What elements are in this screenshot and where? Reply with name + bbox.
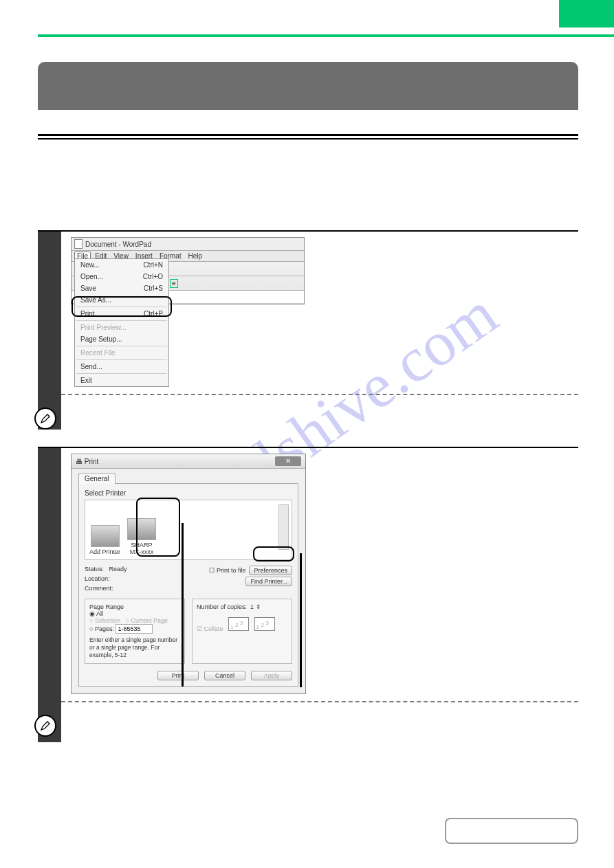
menu-item-preview[interactable]: Print Preview... [75, 322, 168, 333]
menu-item-open[interactable]: Open...Ctrl+O [75, 271, 168, 282]
label-select-printer: Select Printer [85, 489, 292, 497]
step-2-bar [38, 448, 61, 742]
double-rule [38, 134, 578, 140]
pages-input[interactable] [116, 624, 153, 634]
copies-spinner[interactable]: ⇕ [256, 603, 261, 610]
step-1-bar [38, 232, 61, 430]
printer-scrollbar[interactable] [278, 504, 289, 550]
apply-button[interactable]: Apply [251, 671, 292, 680]
pages-hint: Enter either a single page number or a s… [89, 636, 180, 659]
section-banner [38, 62, 578, 110]
menu-item-send[interactable]: Send... [75, 361, 168, 372]
add-printer-icon [91, 525, 120, 547]
opt-pages[interactable]: ○ Pages: [89, 624, 180, 634]
header-rule [38, 34, 614, 37]
menu-item-save[interactable]: SaveCtrl+S [75, 282, 168, 294]
collate-checkbox[interactable]: ☑ Collate 123 123 [197, 617, 287, 632]
page-container: manualshive.com Document - WordPad File … [0, 0, 614, 868]
close-button[interactable]: ✕ [275, 456, 301, 466]
collate-icon: 123 [228, 617, 249, 631]
cancel-button[interactable]: Cancel [204, 671, 245, 680]
pencil-note-icon [34, 408, 56, 430]
document-icon [74, 239, 83, 249]
menu-item-exit[interactable]: Exit [75, 375, 168, 386]
wordpad-window: Document - WordPad File Edit View Insert… [71, 237, 305, 304]
leader-line-printer [182, 523, 184, 687]
preferences-highlight [253, 546, 294, 561]
opt-selection[interactable]: ○ Selection [89, 617, 120, 624]
preferences-button[interactable]: Preferences [249, 566, 292, 575]
status-labels: Status: Ready Location: Comment: [85, 564, 127, 593]
print-highlight [72, 296, 172, 317]
print-button[interactable]: Print [157, 671, 199, 680]
find-printer-button[interactable]: Find Printer... [245, 577, 292, 586]
copies-section: Number of copies: 1 ⇕ ☑ Collate 123 123 [192, 599, 292, 664]
printer-highlight [136, 498, 180, 557]
copies-value[interactable]: 1 [250, 603, 254, 610]
wordpad-titlebar: Document - WordPad [72, 238, 304, 251]
opt-all[interactable]: ◉ All [89, 610, 180, 617]
align-button[interactable]: ≡ [170, 279, 178, 288]
menu-item-new[interactable]: New...Ctrl+N [75, 259, 168, 271]
corner-accent [559, 0, 614, 27]
leader-line-preferences [300, 553, 302, 687]
printer-add[interactable]: Add Printer [89, 525, 120, 555]
pencil-note-icon [34, 715, 56, 737]
print-dialog: 🖶 Print ✕ General Select Printer Add Pri… [71, 454, 306, 694]
menu-item-pagesetup[interactable]: Page Setup... [75, 333, 168, 345]
collate-icon: 123 [254, 617, 275, 631]
step-1: Document - WordPad File Edit View Insert… [38, 230, 578, 430]
step-2: 🖶 Print ✕ General Select Printer Add Pri… [38, 447, 578, 742]
opt-sel-row: ○ Selection ○ Current Page [89, 617, 180, 624]
general-tab[interactable]: General [78, 473, 116, 484]
menu-help[interactable]: Help [186, 252, 206, 260]
menu-item-recent[interactable]: Recent File [75, 347, 168, 359]
page-range-section: Page Range ◉ All ○ Selection ○ Current P… [85, 599, 185, 664]
wordpad-title: Document - WordPad [85, 241, 151, 248]
print-dialog-titlebar: 🖶 Print ✕ [72, 454, 305, 469]
print-to-file-checkbox[interactable]: ☐ Print to file Preferences [209, 564, 292, 575]
contents-button[interactable] [445, 818, 578, 844]
file-menu-dropdown: New...Ctrl+N Open...Ctrl+O SaveCtrl+S Sa… [74, 258, 169, 387]
opt-current[interactable]: ○ Current Page [125, 617, 167, 624]
print-title: Print [85, 458, 99, 465]
